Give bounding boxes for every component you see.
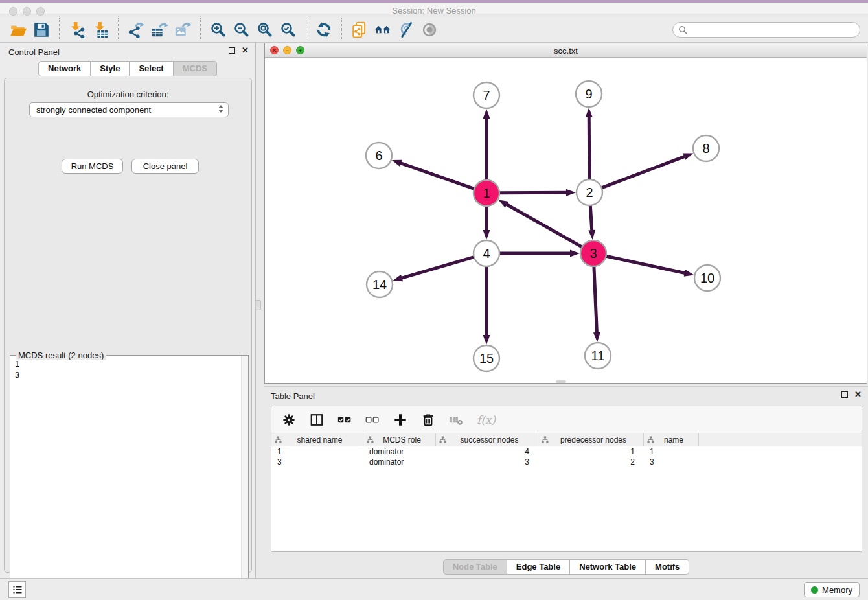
edge-2-9[interactable] bbox=[589, 115, 589, 179]
column-header-shared-name[interactable]: shared name bbox=[271, 433, 363, 446]
search-icon bbox=[678, 25, 687, 34]
toolbar-separator bbox=[59, 18, 60, 41]
export-network-button[interactable] bbox=[124, 19, 148, 41]
zoom-fit-button[interactable] bbox=[253, 19, 277, 41]
cell-shared-name[interactable]: 3 bbox=[271, 457, 363, 467]
delete-table-button[interactable] bbox=[449, 413, 463, 427]
cell-MCDS-role[interactable]: dominator bbox=[363, 446, 436, 457]
edge-4-14[interactable] bbox=[400, 257, 474, 279]
style-icon bbox=[398, 21, 415, 38]
column-sort-icon bbox=[647, 436, 654, 443]
edge-2-3[interactable] bbox=[590, 205, 592, 232]
node-label-9: 9 bbox=[585, 87, 592, 101]
mcds-result-box: MCDS result (2 nodes) 1 3 bbox=[10, 355, 249, 600]
toolbar-separator bbox=[306, 18, 306, 41]
edge-3-10[interactable] bbox=[606, 256, 687, 273]
task-history-button[interactable] bbox=[8, 581, 26, 598]
export-image-button[interactable] bbox=[171, 19, 194, 41]
edge-arrowhead bbox=[483, 335, 490, 345]
style-button[interactable] bbox=[394, 19, 418, 41]
criterion-select[interactable]: strongly connected component bbox=[29, 102, 229, 117]
edge-3-1[interactable] bbox=[505, 203, 582, 247]
tab-select[interactable]: Select bbox=[130, 61, 173, 76]
node-label-7: 7 bbox=[483, 88, 490, 102]
close-panel-button[interactable]: Close panel bbox=[131, 159, 199, 174]
panel-splitter-handle[interactable] bbox=[255, 300, 261, 310]
search-field[interactable] bbox=[672, 22, 860, 38]
tab-network-table[interactable]: Network Table bbox=[570, 559, 646, 575]
column-header-name[interactable]: name bbox=[644, 433, 699, 446]
column-header-predecessor-nodes[interactable]: predecessor nodes bbox=[538, 433, 644, 446]
add-column-button[interactable] bbox=[393, 413, 407, 427]
tab-mcds[interactable]: MCDS bbox=[174, 61, 217, 76]
edge-arrowhead bbox=[588, 230, 595, 240]
function-builder-button[interactable]: f(x) bbox=[477, 413, 496, 426]
delete-column-button[interactable] bbox=[421, 413, 435, 427]
network-canvas[interactable]: 7968124314101511 bbox=[265, 58, 867, 383]
edge-3-11[interactable] bbox=[594, 266, 597, 334]
float-panel-icon[interactable] bbox=[229, 47, 235, 54]
node-label-1: 1 bbox=[483, 186, 490, 200]
node-label-2: 2 bbox=[586, 185, 593, 200]
table-toolbar: f(x) bbox=[271, 406, 862, 433]
criterion-select-value: strongly connected component bbox=[36, 105, 151, 115]
float-table-panel-icon[interactable] bbox=[841, 391, 848, 398]
column-sort-icon bbox=[367, 436, 374, 443]
cell-predecessor-nodes[interactable]: 1 bbox=[538, 446, 644, 457]
tab-network[interactable]: Network bbox=[38, 61, 91, 76]
memory-button[interactable]: Memory bbox=[804, 582, 860, 597]
edge-1-2[interactable] bbox=[499, 192, 568, 193]
cell-shared-name[interactable]: 1 bbox=[271, 446, 363, 457]
deselect-all-columns-button[interactable] bbox=[365, 413, 380, 427]
column-header-MCDS-role[interactable]: MCDS role bbox=[363, 433, 436, 446]
select-all-columns-button[interactable] bbox=[337, 413, 352, 427]
close-panel-icon[interactable]: ✕ bbox=[242, 47, 249, 54]
eye-button[interactable] bbox=[418, 19, 441, 41]
run-mcds-button[interactable]: Run MCDS bbox=[62, 159, 123, 174]
tab-node-table[interactable]: Node Table bbox=[443, 559, 507, 575]
cell-predecessor-nodes[interactable]: 2 bbox=[538, 457, 644, 467]
cell-successor-nodes[interactable]: 4 bbox=[436, 446, 538, 457]
cell-MCDS-role[interactable]: dominator bbox=[363, 457, 436, 467]
home-icon bbox=[374, 21, 391, 38]
toolbar-separator bbox=[118, 18, 119, 41]
table-row[interactable]: 3dominator323 bbox=[271, 457, 862, 467]
window-resize-handle[interactable] bbox=[556, 380, 566, 383]
clone-network-button[interactable] bbox=[348, 19, 371, 41]
zoom-selected-button[interactable] bbox=[277, 19, 300, 41]
cell-successor-nodes[interactable]: 3 bbox=[436, 457, 538, 467]
edge-1-6[interactable] bbox=[399, 163, 474, 189]
gear-button[interactable] bbox=[282, 413, 296, 427]
home-button[interactable] bbox=[371, 19, 394, 41]
network-window-titlebar[interactable]: ✕ − + scc.txt bbox=[265, 43, 867, 58]
clone-network-icon bbox=[351, 21, 368, 38]
cell-name[interactable]: 3 bbox=[644, 457, 699, 467]
control-panel-header: Control Panel ✕ bbox=[0, 43, 255, 61]
search-input[interactable] bbox=[687, 24, 860, 36]
import-network-button[interactable] bbox=[65, 19, 89, 41]
app-title: Session: New Session bbox=[0, 6, 868, 16]
mcds-result-text[interactable]: 1 3 bbox=[11, 358, 240, 600]
open-session-button[interactable] bbox=[6, 19, 30, 41]
close-table-panel-icon[interactable]: ✕ bbox=[854, 391, 862, 398]
refresh-button[interactable] bbox=[312, 19, 336, 41]
edge-2-8[interactable] bbox=[602, 156, 686, 188]
column-header-successor-nodes[interactable]: successor nodes bbox=[436, 433, 538, 446]
tab-style[interactable]: Style bbox=[91, 61, 130, 76]
zoom-in-button[interactable] bbox=[207, 19, 230, 41]
tab-edge-table[interactable]: Edge Table bbox=[507, 559, 570, 575]
tab-motifs[interactable]: Motifs bbox=[646, 559, 689, 575]
cell-name[interactable]: 1 bbox=[644, 446, 699, 457]
table-row[interactable]: 1dominator411 bbox=[271, 446, 862, 457]
save-session-button[interactable] bbox=[30, 19, 53, 41]
result-scrollbar[interactable] bbox=[241, 356, 248, 600]
split-column-button[interactable] bbox=[310, 413, 324, 427]
memory-label: Memory bbox=[822, 585, 852, 595]
select-chevrons-icon bbox=[218, 105, 223, 113]
zoom-out-button[interactable] bbox=[230, 19, 253, 41]
export-table-button[interactable] bbox=[148, 19, 171, 41]
edge-arrowhead bbox=[393, 275, 403, 282]
import-table-button[interactable] bbox=[89, 19, 112, 41]
status-bar: Memory bbox=[0, 578, 868, 600]
edge-arrowhead bbox=[392, 160, 402, 167]
